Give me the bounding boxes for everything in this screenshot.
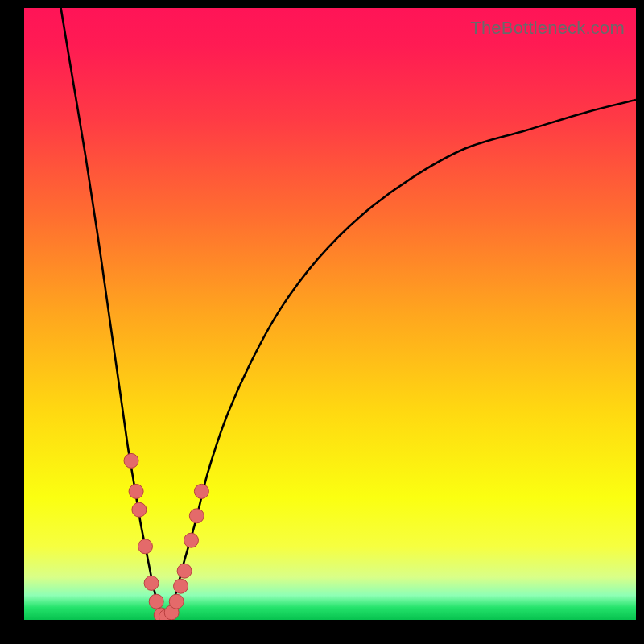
data-point <box>174 579 188 593</box>
data-point <box>149 594 163 609</box>
data-point <box>138 539 152 554</box>
right-curve <box>165 100 636 620</box>
data-point-markers <box>124 453 208 620</box>
data-point <box>189 509 204 523</box>
data-point <box>144 576 159 590</box>
curves-svg <box>24 8 636 620</box>
plot-area: TheBottleneck.com <box>24 8 636 620</box>
chart-frame: TheBottleneck.com <box>0 0 644 644</box>
data-point <box>184 533 198 547</box>
data-point <box>129 484 143 498</box>
data-point <box>177 564 192 578</box>
data-point <box>169 594 184 609</box>
watermark-text: TheBottleneck.com <box>470 18 625 39</box>
data-point <box>124 453 138 468</box>
data-point <box>132 502 147 517</box>
data-point <box>194 484 208 498</box>
left-curve <box>61 8 165 620</box>
